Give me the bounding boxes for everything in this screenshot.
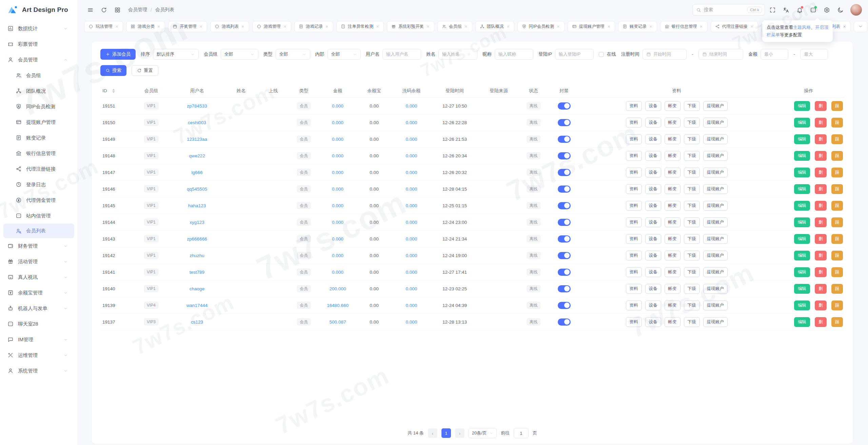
tab-game-mgmt[interactable]: 游戏管理: [252, 21, 291, 32]
edit-button[interactable]: 编辑: [794, 301, 810, 310]
profile-button-资料[interactable]: 资料: [626, 118, 642, 128]
profile-button-设备[interactable]: 设备: [645, 201, 661, 211]
delete-button[interactable]: 删: [815, 267, 827, 277]
tab-game-category[interactable]: 游戏分类: [126, 21, 165, 32]
edit-button[interactable]: 编辑: [794, 168, 810, 177]
sidebar-item-finance-mgmt[interactable]: 财务管理: [0, 238, 78, 254]
kick-button[interactable]: 踢: [831, 284, 843, 294]
kick-button[interactable]: 踢: [831, 134, 843, 144]
wash-balance-value[interactable]: 0.000: [406, 120, 417, 125]
messages-button[interactable]: [807, 4, 819, 16]
kick-button[interactable]: 踢: [831, 267, 843, 277]
filter-input-username[interactable]: 输入用户名: [382, 49, 421, 60]
tab-abnormal-bet-detect[interactable]: 注单异常检测: [336, 21, 384, 32]
refresh-page-button[interactable]: [98, 4, 110, 16]
profile-button-设备[interactable]: 设备: [645, 267, 661, 277]
wash-balance-value[interactable]: 0.000: [406, 286, 417, 291]
delete-button[interactable]: 删: [815, 101, 827, 111]
profile-button-设备[interactable]: 设备: [645, 184, 661, 194]
sidebar-item-agent-reg-link[interactable]: 代理注册链接: [0, 161, 78, 177]
delete-button[interactable]: 删: [815, 184, 827, 194]
wash-balance-value[interactable]: 0.000: [406, 320, 417, 325]
profile-button-下级[interactable]: 下级: [684, 134, 700, 144]
ban-toggle[interactable]: [558, 302, 571, 309]
current-page-button[interactable]: 1: [441, 428, 451, 438]
profile-button-设备[interactable]: 设备: [645, 101, 661, 111]
amount-value[interactable]: 0.000: [332, 120, 343, 125]
username-link[interactable]: haha123: [188, 203, 206, 208]
kick-button[interactable]: 踢: [831, 251, 843, 260]
edit-button[interactable]: 编辑: [794, 134, 810, 144]
profile-button-下级[interactable]: 下级: [684, 284, 700, 294]
profile-button-设备[interactable]: 设备: [645, 134, 661, 144]
edit-button[interactable]: 编辑: [794, 317, 810, 327]
profile-button-设备[interactable]: 设备: [645, 151, 661, 161]
profile-button-资料[interactable]: 资料: [626, 151, 642, 161]
sidebar-item-im-mgmt[interactable]: IM管理: [0, 332, 78, 347]
amount-value[interactable]: 0.000: [332, 253, 343, 258]
filter-checkbox-online[interactable]: [599, 52, 604, 57]
profile-button-下级[interactable]: 下级: [684, 168, 700, 177]
tab-bank-info[interactable]: 银行信息管理: [660, 21, 708, 32]
notifications-button[interactable]: [793, 4, 806, 16]
apps-menu-button[interactable]: [111, 4, 123, 16]
profile-button-下级[interactable]: 下级: [684, 301, 700, 310]
profile-button-帐变[interactable]: 帐变: [665, 234, 680, 244]
ban-toggle[interactable]: [558, 186, 571, 193]
ban-toggle[interactable]: [558, 252, 571, 259]
kick-button[interactable]: 踢: [831, 201, 843, 211]
edit-button[interactable]: 编辑: [794, 234, 810, 244]
username-link[interactable]: chaoge: [190, 286, 204, 291]
tab-account-change[interactable]: 账变记录: [618, 21, 657, 32]
profile-button-帐变[interactable]: 帐变: [665, 317, 680, 327]
profile-button-提现账户[interactable]: 提现账户: [703, 168, 728, 177]
wash-balance-value[interactable]: 0.000: [406, 203, 417, 208]
filter-input-realname[interactable]: 输入姓名: [438, 49, 477, 60]
wash-balance-value[interactable]: 0.000: [406, 170, 417, 175]
username-link[interactable]: xyg123: [190, 220, 204, 225]
amount-value[interactable]: 0.000: [332, 220, 343, 225]
sidebar-item-data-stats[interactable]: 数据统计: [0, 21, 78, 36]
amount-value[interactable]: 200.000: [330, 286, 346, 291]
delete-button[interactable]: 删: [815, 251, 827, 260]
collapse-sidebar-button[interactable]: [84, 4, 96, 16]
wash-balance-value[interactable]: 0.000: [406, 137, 417, 142]
profile-button-设备[interactable]: 设备: [645, 168, 661, 177]
sidebar-item-member-group[interactable]: 会员组: [0, 67, 78, 83]
sidebar-item-login-log[interactable]: 登录日志: [0, 177, 78, 192]
profile-button-提现账户[interactable]: 提现账户: [703, 201, 728, 211]
kick-button[interactable]: 踢: [831, 168, 843, 177]
profile-button-资料[interactable]: 资料: [626, 168, 642, 177]
ban-toggle[interactable]: [558, 169, 571, 176]
profile-button-帐变[interactable]: 帐变: [665, 101, 680, 111]
edit-button[interactable]: 编辑: [794, 251, 810, 260]
language-button[interactable]: [780, 4, 792, 16]
username-link[interactable]: test789: [190, 270, 204, 275]
delete-button[interactable]: 删: [815, 301, 827, 310]
kick-button[interactable]: 踢: [831, 217, 843, 227]
profile-button-资料[interactable]: 资料: [626, 134, 642, 144]
profile-button-下级[interactable]: 下级: [684, 217, 700, 227]
delete-button[interactable]: 删: [815, 234, 827, 244]
sidebar-item-agent-commission[interactable]: 代理佣金管理: [0, 192, 78, 208]
profile-button-帐变[interactable]: 帐变: [665, 151, 680, 161]
profile-button-提现账户[interactable]: 提现账户: [703, 317, 728, 327]
ban-toggle[interactable]: [558, 152, 571, 159]
profile-button-资料[interactable]: 资料: [626, 234, 642, 244]
profile-button-提现账户[interactable]: 提现账户: [703, 301, 728, 310]
kick-button[interactable]: 踢: [831, 101, 843, 111]
username-link[interactable]: ceshi003: [188, 120, 206, 125]
user-avatar[interactable]: [850, 4, 862, 16]
wash-balance-value[interactable]: 0.000: [406, 253, 417, 258]
dark-mode-button[interactable]: [834, 4, 846, 16]
tab-game-record[interactable]: 游戏记录: [294, 21, 333, 32]
delete-button[interactable]: 删: [815, 134, 827, 144]
profile-button-设备[interactable]: 设备: [645, 217, 661, 227]
delete-button[interactable]: 删: [815, 168, 827, 177]
sidebar-item-yuebao-mgmt[interactable]: 余额宝管理: [0, 285, 78, 301]
amount-value[interactable]: 500.087: [330, 320, 346, 325]
profile-button-资料[interactable]: 资料: [626, 251, 642, 260]
sort-icon[interactable]: [112, 89, 115, 93]
tab-withdraw-account[interactable]: 提现账户管理: [568, 21, 615, 32]
amount-value[interactable]: 16480.660: [327, 303, 349, 308]
